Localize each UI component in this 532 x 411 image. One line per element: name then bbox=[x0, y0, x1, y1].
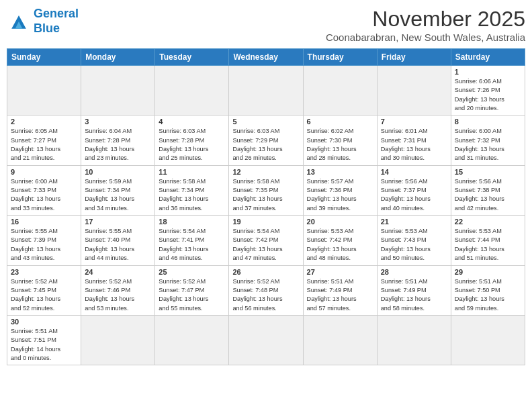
calendar-cell bbox=[377, 315, 451, 365]
calendar-cell: 10Sunrise: 5:59 AMSunset: 7:34 PMDayligh… bbox=[81, 165, 155, 215]
day-number: 7 bbox=[381, 118, 447, 126]
day-number: 21 bbox=[381, 218, 447, 226]
day-number: 25 bbox=[159, 268, 225, 276]
day-number: 22 bbox=[455, 218, 521, 226]
calendar-cell: 15Sunrise: 5:56 AMSunset: 7:38 PMDayligh… bbox=[451, 165, 525, 215]
calendar-week-0: 1Sunrise: 6:06 AMSunset: 7:26 PMDaylight… bbox=[7, 66, 525, 116]
day-info: Sunrise: 5:55 AMSunset: 7:40 PMDaylight:… bbox=[85, 227, 151, 263]
day-number: 28 bbox=[381, 268, 447, 276]
day-info: Sunrise: 5:51 AMSunset: 7:49 PMDaylight:… bbox=[307, 277, 373, 313]
day-number: 15 bbox=[455, 168, 521, 176]
calendar-week-1: 2Sunrise: 6:05 AMSunset: 7:27 PMDaylight… bbox=[7, 116, 525, 165]
day-info: Sunrise: 6:03 AMSunset: 7:29 PMDaylight:… bbox=[232, 127, 299, 163]
calendar-cell: 4Sunrise: 6:03 AMSunset: 7:28 PMDaylight… bbox=[155, 116, 229, 165]
day-number: 26 bbox=[232, 268, 299, 276]
day-number: 23 bbox=[11, 268, 77, 276]
logo-general: General bbox=[34, 7, 79, 20]
day-number: 2 bbox=[11, 118, 77, 126]
day-number: 4 bbox=[159, 118, 225, 126]
calendar-cell: 21Sunrise: 5:53 AMSunset: 7:43 PMDayligh… bbox=[377, 216, 451, 265]
calendar-cell: 13Sunrise: 5:57 AMSunset: 7:36 PMDayligh… bbox=[303, 165, 377, 215]
day-info: Sunrise: 5:56 AMSunset: 7:37 PMDaylight:… bbox=[381, 177, 447, 213]
calendar-cell: 17Sunrise: 5:55 AMSunset: 7:40 PMDayligh… bbox=[81, 216, 155, 265]
calendar-cell: 14Sunrise: 5:56 AMSunset: 7:37 PMDayligh… bbox=[377, 165, 451, 215]
calendar-cell: 26Sunrise: 5:52 AMSunset: 7:48 PMDayligh… bbox=[229, 265, 303, 315]
day-number: 16 bbox=[11, 218, 77, 226]
calendar-week-3: 16Sunrise: 5:55 AMSunset: 7:39 PMDayligh… bbox=[7, 216, 525, 265]
month-title: November 2025 bbox=[326, 7, 525, 32]
header: General Blue November 2025 Coonabarabran… bbox=[7, 7, 525, 43]
calendar-week-2: 9Sunrise: 6:00 AMSunset: 7:33 PMDaylight… bbox=[7, 165, 525, 215]
day-info: Sunrise: 6:00 AMSunset: 7:33 PMDaylight:… bbox=[11, 177, 77, 213]
calendar-cell: 24Sunrise: 5:52 AMSunset: 7:46 PMDayligh… bbox=[81, 265, 155, 315]
calendar-cell bbox=[155, 315, 229, 365]
day-info: Sunrise: 5:59 AMSunset: 7:34 PMDaylight:… bbox=[85, 177, 151, 213]
day-number: 1 bbox=[455, 68, 521, 76]
day-number: 11 bbox=[159, 168, 225, 176]
day-number: 19 bbox=[232, 218, 299, 226]
calendar-cell: 29Sunrise: 5:51 AMSunset: 7:50 PMDayligh… bbox=[451, 265, 525, 315]
day-number: 30 bbox=[11, 318, 77, 326]
day-info: Sunrise: 6:04 AMSunset: 7:28 PMDaylight:… bbox=[85, 127, 151, 163]
calendar-cell: 6Sunrise: 6:02 AMSunset: 7:30 PMDaylight… bbox=[303, 116, 377, 165]
calendar-cell: 7Sunrise: 6:01 AMSunset: 7:31 PMDaylight… bbox=[377, 116, 451, 165]
day-header-sunday: Sunday bbox=[7, 49, 81, 66]
calendar-cell: 3Sunrise: 6:04 AMSunset: 7:28 PMDaylight… bbox=[81, 116, 155, 165]
calendar-cell: 22Sunrise: 5:53 AMSunset: 7:44 PMDayligh… bbox=[451, 216, 525, 265]
day-number: 9 bbox=[11, 168, 77, 176]
day-number: 5 bbox=[232, 118, 299, 126]
day-info: Sunrise: 5:53 AMSunset: 7:44 PMDaylight:… bbox=[455, 227, 521, 263]
day-info: Sunrise: 5:55 AMSunset: 7:39 PMDaylight:… bbox=[11, 227, 77, 263]
calendar-cell bbox=[81, 315, 155, 365]
location-title: Coonabarabran, New South Wales, Australi… bbox=[326, 32, 525, 43]
calendar-cell: 27Sunrise: 5:51 AMSunset: 7:49 PMDayligh… bbox=[303, 265, 377, 315]
logo: General Blue bbox=[7, 7, 79, 36]
day-header-monday: Monday bbox=[81, 49, 155, 66]
calendar-cell: 28Sunrise: 5:51 AMSunset: 7:49 PMDayligh… bbox=[377, 265, 451, 315]
day-info: Sunrise: 5:53 AMSunset: 7:43 PMDaylight:… bbox=[381, 227, 447, 263]
calendar-cell: 16Sunrise: 5:55 AMSunset: 7:39 PMDayligh… bbox=[7, 216, 81, 265]
calendar-cell: 11Sunrise: 5:58 AMSunset: 7:34 PMDayligh… bbox=[155, 165, 229, 215]
day-info: Sunrise: 6:03 AMSunset: 7:28 PMDaylight:… bbox=[159, 127, 225, 163]
day-info: Sunrise: 5:52 AMSunset: 7:47 PMDaylight:… bbox=[159, 277, 225, 313]
calendar-cell bbox=[229, 66, 303, 116]
calendar-cell: 19Sunrise: 5:54 AMSunset: 7:42 PMDayligh… bbox=[229, 216, 303, 265]
logo-icon bbox=[7, 9, 31, 34]
day-number: 12 bbox=[232, 168, 299, 176]
day-header-saturday: Saturday bbox=[451, 49, 525, 66]
logo-text: General Blue bbox=[34, 7, 79, 36]
calendar-cell: 23Sunrise: 5:52 AMSunset: 7:45 PMDayligh… bbox=[7, 265, 81, 315]
day-info: Sunrise: 5:52 AMSunset: 7:48 PMDaylight:… bbox=[232, 277, 299, 313]
day-number: 13 bbox=[307, 168, 373, 176]
calendar-cell bbox=[155, 66, 229, 116]
day-info: Sunrise: 6:01 AMSunset: 7:31 PMDaylight:… bbox=[381, 127, 447, 163]
calendar-cell: 5Sunrise: 6:03 AMSunset: 7:29 PMDaylight… bbox=[229, 116, 303, 165]
calendar-cell: 20Sunrise: 5:53 AMSunset: 7:42 PMDayligh… bbox=[303, 216, 377, 265]
calendar-cell: 8Sunrise: 6:00 AMSunset: 7:32 PMDaylight… bbox=[451, 116, 525, 165]
calendar-cell: 9Sunrise: 6:00 AMSunset: 7:33 PMDaylight… bbox=[7, 165, 81, 215]
day-info: Sunrise: 5:52 AMSunset: 7:45 PMDaylight:… bbox=[11, 277, 77, 313]
day-info: Sunrise: 6:06 AMSunset: 7:26 PMDaylight:… bbox=[455, 77, 521, 113]
day-number: 24 bbox=[85, 268, 151, 276]
calendar-cell: 25Sunrise: 5:52 AMSunset: 7:47 PMDayligh… bbox=[155, 265, 229, 315]
calendar: SundayMondayTuesdayWednesdayThursdayFrid… bbox=[7, 48, 525, 365]
day-number: 8 bbox=[455, 118, 521, 126]
day-number: 10 bbox=[85, 168, 151, 176]
title-area: November 2025 Coonabarabran, New South W… bbox=[326, 7, 525, 43]
day-number: 14 bbox=[381, 168, 447, 176]
calendar-cell bbox=[303, 66, 377, 116]
day-info: Sunrise: 5:51 AMSunset: 7:50 PMDaylight:… bbox=[455, 277, 521, 313]
calendar-header-row: SundayMondayTuesdayWednesdayThursdayFrid… bbox=[7, 49, 525, 66]
calendar-cell bbox=[303, 315, 377, 365]
day-info: Sunrise: 6:02 AMSunset: 7:30 PMDaylight:… bbox=[307, 127, 373, 163]
day-header-tuesday: Tuesday bbox=[155, 49, 229, 66]
day-info: Sunrise: 5:51 AMSunset: 7:51 PMDaylight:… bbox=[11, 327, 77, 363]
day-number: 3 bbox=[85, 118, 151, 126]
day-header-thursday: Thursday bbox=[303, 49, 377, 66]
day-header-wednesday: Wednesday bbox=[229, 49, 303, 66]
day-header-friday: Friday bbox=[377, 49, 451, 66]
day-info: Sunrise: 5:58 AMSunset: 7:35 PMDaylight:… bbox=[232, 177, 299, 213]
day-number: 6 bbox=[307, 118, 373, 126]
day-info: Sunrise: 5:53 AMSunset: 7:42 PMDaylight:… bbox=[307, 227, 373, 263]
calendar-week-5: 30Sunrise: 5:51 AMSunset: 7:51 PMDayligh… bbox=[7, 315, 525, 365]
